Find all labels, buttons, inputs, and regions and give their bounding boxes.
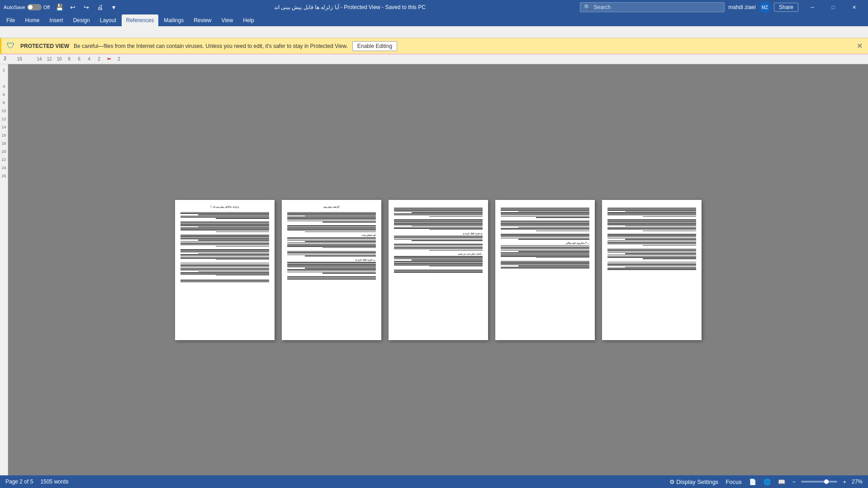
zoom-slider[interactable] xyxy=(801,481,837,483)
document-area: ززلزله ها قابل پیش بینی اند ؟ xyxy=(8,64,868,475)
tab-references[interactable]: References xyxy=(122,14,158,26)
page4-footer: - xyxy=(501,269,589,271)
status-right-controls: ⚙ Display Settings Focus 📄 🌐 📖 − + 27% xyxy=(668,478,863,486)
page3-subheading1: ج. تقربه لشک فربه ع xyxy=(394,232,483,235)
share-button[interactable]: Share xyxy=(774,3,798,12)
word-count: 1505 words xyxy=(40,479,68,485)
document-page-3: ج. تقربه لشک فربه ع ...کنایه خیلی خب می … xyxy=(389,200,488,340)
left-ruler: 2 4 6 8 10 12 14 16 18 20 22 24 26 xyxy=(0,64,8,475)
search-box[interactable]: 🔍 Search xyxy=(580,2,725,12)
tab-review[interactable]: Review xyxy=(189,14,216,26)
autosave-area: AutoSave Off xyxy=(4,4,50,10)
zoom-in-button[interactable]: + xyxy=(841,478,848,486)
document-page-4: ...-۳ مقار وزیه فعی تراکیز xyxy=(495,200,595,340)
page-info: Page 2 of 5 xyxy=(5,479,33,485)
tab-mailings[interactable]: Mailings xyxy=(159,14,188,26)
pages-container: ززلزله ها قابل پیش بینی اند ؟ xyxy=(175,200,702,340)
protected-view-message: Be careful—files from the Internet can c… xyxy=(74,43,348,49)
page3-footer: - xyxy=(394,273,483,275)
close-button[interactable]: ✕ xyxy=(844,0,864,14)
display-settings-button[interactable]: ⚙ Display Settings xyxy=(668,478,721,486)
redo-button[interactable]: ↪ xyxy=(81,1,92,13)
print-button[interactable]: 🖨 xyxy=(94,1,106,13)
search-placeholder: Search xyxy=(593,4,611,10)
autosave-state: Off xyxy=(43,5,50,10)
tab-file[interactable]: File xyxy=(2,14,19,26)
read-mode-button[interactable]: 📖 xyxy=(776,478,787,486)
user-name: mahdi ziaei xyxy=(728,4,756,10)
window-controls: ─ □ ✕ xyxy=(802,0,864,14)
tab-layout[interactable]: Layout xyxy=(95,14,121,26)
undo-button[interactable]: ↩ xyxy=(67,1,79,13)
tab-insert[interactable]: Insert xyxy=(45,14,67,26)
search-icon: 🔍 xyxy=(584,4,591,10)
autosave-toggle[interactable] xyxy=(27,4,42,10)
ruler-area: 2 18 14 12 10 8 6 4 2 ✂ 2 xyxy=(0,54,868,64)
main-area: 2 4 6 8 10 12 14 16 18 20 22 24 26 ززلزل… xyxy=(0,64,868,475)
page2-subheading1: کف اصلاح درکت xyxy=(287,234,376,237)
title-bar: AutoSave Off 💾 ↩ ↪ 🖨 ▾ آیا زلزله ها قابل… xyxy=(0,0,868,14)
tab-view[interactable]: View xyxy=(217,14,238,26)
page1-heading: ززلزله ها قابل پیش بینی اند ؟ xyxy=(180,205,269,208)
minimize-button[interactable]: ─ xyxy=(802,0,823,14)
autosave-label: AutoSave xyxy=(4,5,25,10)
protected-bar-close[interactable]: ✕ xyxy=(857,42,863,50)
customize-button[interactable]: ▾ xyxy=(108,1,119,13)
ribbon-toolbar xyxy=(0,26,868,38)
ribbon-tabs: File Home Insert Design Layout Reference… xyxy=(0,14,868,26)
save-button[interactable]: 💾 xyxy=(53,1,65,13)
zoom-level: 27% xyxy=(852,479,863,485)
display-settings-icon: ⚙ xyxy=(669,479,675,485)
document-page-5 xyxy=(602,200,702,340)
avatar[interactable]: MZ xyxy=(759,2,770,13)
document-page-1: ززلزله ها قابل پیش بینی اند ؟ xyxy=(175,200,275,340)
enable-editing-button[interactable]: Enable Editing xyxy=(352,41,397,51)
focus-button[interactable]: Focus xyxy=(724,478,743,486)
shield-icon: 🛡 xyxy=(7,41,15,51)
user-area: mahdi ziaei MZ Share xyxy=(728,2,798,13)
document-page-2: کارهمه پیش برود کف اصلاح درکت xyxy=(282,200,381,340)
page4-subheading1: ...-۳ مقار وزیه فعی تراکیز xyxy=(501,242,589,244)
tab-design[interactable]: Design xyxy=(68,14,94,26)
tab-help[interactable]: Help xyxy=(238,14,259,26)
ruler-numbers: 18 14 12 10 8 6 4 2 ✂ 2 xyxy=(14,57,124,62)
maximize-button[interactable]: □ xyxy=(823,0,844,14)
quick-access-toolbar: 💾 ↩ ↪ 🖨 ▾ xyxy=(53,1,119,13)
tab-home[interactable]: Home xyxy=(20,14,44,26)
page-indicator: 2 xyxy=(4,56,6,61)
document-title: آیا زلزله ها قابل پیش بینی اند - Protect… xyxy=(123,4,576,10)
print-layout-button[interactable]: 📄 xyxy=(747,478,758,486)
web-layout-button[interactable]: 🌐 xyxy=(762,478,773,486)
zoom-out-button[interactable]: − xyxy=(791,478,798,486)
page2-heading: کارهمه پیش برود xyxy=(287,205,376,208)
status-bar: Page 2 of 5 1505 words ⚙ Display Setting… xyxy=(0,475,868,488)
protected-view-label: PROTECTED VIEW xyxy=(20,43,69,49)
page2-subheading2: ب. تقربه لشک فربه ع xyxy=(287,259,376,261)
page3-subheading2: ...کنایه خیلی خب می چیب xyxy=(394,253,483,255)
protected-view-bar: 🛡 PROTECTED VIEW Be careful—files from t… xyxy=(0,38,868,54)
